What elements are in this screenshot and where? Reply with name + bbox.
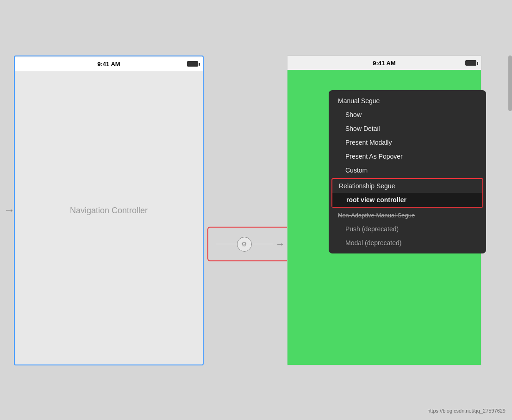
menu-item-root-view-controller[interactable]: root view controller xyxy=(332,193,482,207)
scroll-indicator[interactable] xyxy=(508,56,512,111)
segue-line-left xyxy=(216,244,237,245)
manual-segue-header: Manual Segue xyxy=(329,94,486,108)
menu-item-present-popover[interactable]: Present As Popover xyxy=(329,149,486,163)
left-arrow-icon: → xyxy=(4,204,15,216)
non-adaptive-segue-header: Non-Adaptive Manual Segue xyxy=(329,209,486,222)
relationship-segue-group: Relationship Segue root view controller xyxy=(331,178,483,208)
segue-arrow-icon: → xyxy=(275,239,285,249)
context-menu: Manual Segue Show Show Detail Present Mo… xyxy=(329,90,486,253)
url-bar: https://blog.csdn.net/qq_27597629 xyxy=(427,408,506,414)
segue-circle-icon[interactable]: ⚙ xyxy=(237,237,252,252)
menu-item-push-deprecated[interactable]: Push (deprecated) xyxy=(329,222,486,236)
vc-status-bar: 9:41 AM xyxy=(287,56,481,70)
nav-controller-label: Navigation Controller xyxy=(70,206,148,216)
vc-status-time: 9:41 AM xyxy=(373,60,395,67)
menu-item-show[interactable]: Show xyxy=(329,108,486,122)
nav-battery-icon xyxy=(187,61,198,67)
relationship-segue-header: Relationship Segue xyxy=(332,179,482,193)
menu-item-modal-deprecated[interactable]: Modal (deprecated) xyxy=(329,236,486,250)
navigation-controller-panel: 9:41 AM Navigation Controller xyxy=(14,56,204,365)
menu-item-present-modally[interactable]: Present Modally xyxy=(329,136,486,149)
nav-status-time: 9:41 AM xyxy=(97,61,120,68)
segue-connector[interactable]: ⚙ → xyxy=(207,227,293,261)
vc-battery-icon xyxy=(465,60,476,66)
menu-item-custom[interactable]: Custom xyxy=(329,163,486,177)
segue-line-right xyxy=(252,244,273,245)
nav-status-bar: 9:41 AM xyxy=(15,57,203,71)
menu-item-show-detail[interactable]: Show Detail xyxy=(329,122,486,136)
